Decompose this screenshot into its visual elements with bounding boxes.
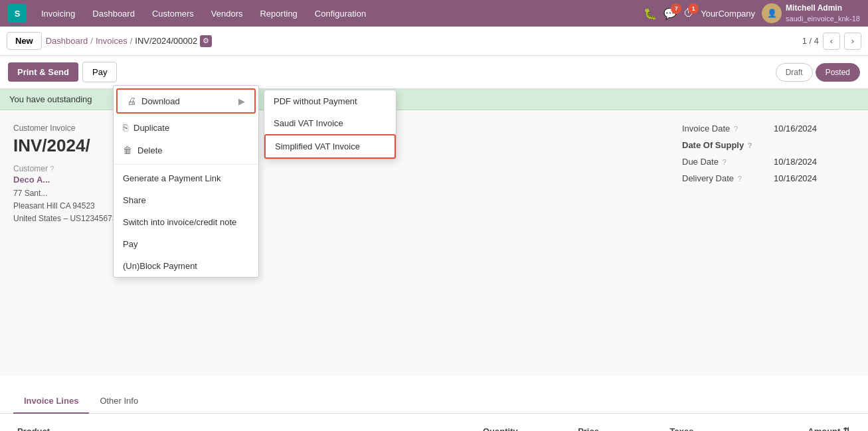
customer-address: 77 Sant... Pleasant Hill CA 94523 United…	[13, 187, 655, 226]
tab-invoice-lines[interactable]: Invoice Lines	[13, 389, 89, 414]
due-date-tooltip: ?	[723, 158, 727, 166]
status-posted-button[interactable]: Posted	[816, 63, 860, 82]
clock-badge: 1	[688, 3, 699, 14]
generate-payment-link-item[interactable]: Generate a Payment Link	[114, 167, 258, 189]
col-product: Product	[13, 420, 479, 431]
date-supply-label: Date Of Supply ?	[682, 140, 768, 150]
customer-name[interactable]: Deco A...	[13, 175, 655, 185]
customer-label: Customer ?	[13, 164, 655, 173]
duplicate-menu-item[interactable]: ⎘ Duplicate	[114, 116, 258, 139]
user-menu[interactable]: 👤 Mitchell Admin saudi_einvoice_knk-18	[762, 3, 860, 23]
pdf-without-payment-item[interactable]: PDF without Payment	[264, 90, 396, 112]
chat-badge: 7	[671, 3, 681, 14]
print-send-button[interactable]: Print & Send	[8, 62, 78, 82]
action-toolbar: Print & Send Pay 🖨 Download ▶ PDF withou…	[0, 56, 868, 89]
switch-invoice-item[interactable]: Switch into invoice/credit note	[114, 211, 258, 233]
tab-other-info[interactable]: Other Info	[89, 389, 149, 414]
download-menu-item[interactable]: 🖨 Download ▶ PDF without Payment Saudi V…	[116, 88, 256, 114]
date-supply-tooltip: ?	[748, 141, 752, 149]
next-page-button[interactable]: ›	[844, 33, 861, 50]
clock-icon[interactable]: ⏱ 1	[683, 7, 694, 19]
invoice-date-tooltip: ?	[734, 125, 738, 133]
nav-configuration[interactable]: Configuration	[312, 7, 369, 20]
due-date-label: Due Date ?	[682, 157, 768, 167]
invoice-dates: Invoice Date ? 10/16/2024 Date Of Supply…	[655, 124, 855, 363]
nav-invoicing[interactable]: Invoicing	[39, 7, 78, 20]
pay-button[interactable]: Pay	[82, 62, 117, 82]
download-submenu: PDF without Payment Saudi VAT Invoice Si…	[264, 90, 396, 159]
nav-vendors[interactable]: Vendors	[209, 7, 246, 20]
invoice-section: Customer Invoice INV/2024/ Customer ? De…	[13, 124, 655, 363]
simplified-vat-invoice-item[interactable]: Simplified VAT Invoice	[264, 134, 396, 159]
nav-customers[interactable]: Customers	[149, 7, 197, 20]
action-dropdown-menu: 🖨 Download ▶ PDF without Payment Saudi V…	[113, 85, 259, 278]
invoice-date-label: Invoice Date ?	[682, 124, 768, 133]
delivery-date-tooltip: ?	[738, 175, 742, 183]
breadcrumb-invoices[interactable]: Invoices	[96, 36, 128, 46]
invoice-table-wrap: Product Quantity Price Taxes Amount ⇅ [F…	[0, 420, 868, 431]
chat-icon[interactable]: 💬 7	[663, 7, 677, 20]
pay-item[interactable]: Pay	[114, 233, 258, 255]
breadcrumb-sep2: /	[130, 36, 133, 46]
date-supply-row: Date Of Supply ?	[682, 140, 855, 150]
pagination-text: 1 / 4	[802, 36, 819, 46]
breadcrumb-current: INV/2024/00002 ⚙	[135, 35, 212, 47]
trash-icon: 🗑	[123, 145, 132, 155]
new-button[interactable]: New	[7, 32, 42, 50]
prev-page-button[interactable]: ‹	[823, 33, 840, 50]
user-name: Mitchell Admin	[786, 3, 860, 14]
nav-dashboard[interactable]: Dashboard	[90, 7, 137, 20]
delivery-date-value: 10/16/2024	[774, 173, 817, 183]
sub-toolbar: New Dashboard / Invoices / INV/2024/0000…	[0, 27, 868, 56]
tabs: Invoice Lines Other Info	[0, 389, 868, 414]
outstanding-text: You have outstanding	[9, 94, 92, 104]
duplicate-icon: ⎘	[123, 122, 128, 133]
share-item[interactable]: Share	[114, 189, 258, 211]
customer-tooltip: ?	[50, 165, 54, 173]
invoice-table: Product Quantity Price Taxes Amount ⇅ [F…	[13, 420, 855, 431]
unblock-payment-item[interactable]: (Un)Block Payment	[114, 255, 258, 277]
invoice-date-value: 10/16/2024	[774, 124, 817, 133]
user-info: Mitchell Admin saudi_einvoice_knk-18	[786, 3, 860, 23]
download-label: Download	[141, 96, 180, 106]
pagination: 1 / 4 ‹ ›	[802, 33, 861, 50]
col-taxes: Taxes	[666, 420, 737, 431]
column-adjust-icon[interactable]: ⇅	[843, 426, 851, 431]
company-name: YourCompany	[701, 9, 755, 19]
bug-icon[interactable]: 🐛	[644, 7, 657, 20]
submenu-arrow-icon: ▶	[238, 96, 245, 106]
printer-icon: 🖨	[127, 96, 136, 106]
delivery-date-row: Delivery Date ? 10/16/2024	[682, 173, 855, 183]
delete-menu-item[interactable]: 🗑 Delete	[114, 139, 258, 161]
status-bar: Draft Posted	[776, 63, 860, 82]
table-header-row: Product Quantity Price Taxes Amount ⇅	[13, 420, 855, 431]
dropdown-divider	[114, 164, 258, 165]
col-price: Price	[574, 420, 665, 431]
breadcrumb: Dashboard / Invoices / INV/2024/00002 ⚙	[46, 35, 213, 47]
app-logo: S	[8, 4, 27, 23]
saudi-vat-invoice-item[interactable]: Saudi VAT Invoice	[264, 112, 396, 134]
breadcrumb-sep1: /	[90, 36, 93, 46]
breadcrumb-dashboard[interactable]: Dashboard	[46, 36, 88, 46]
delivery-date-label: Delivery Date ?	[682, 173, 768, 183]
settings-icon[interactable]: ⚙	[200, 35, 212, 47]
status-draft-button[interactable]: Draft	[776, 63, 813, 82]
user-avatar: 👤	[762, 3, 782, 23]
top-nav: S Invoicing Dashboard Customers Vendors …	[0, 0, 868, 27]
col-quantity: Quantity	[479, 420, 574, 431]
nav-reporting[interactable]: Reporting	[257, 7, 300, 20]
due-date-value: 10/18/2024	[774, 157, 817, 167]
header-icons: 🐛 💬 7 ⏱ 1 YourCompany 👤 Mitchell Admin s…	[644, 3, 860, 23]
col-amount: Amount ⇅	[737, 420, 855, 431]
due-date-row: Due Date ? 10/18/2024	[682, 157, 855, 167]
invoice-date-row: Invoice Date ? 10/16/2024	[682, 124, 855, 133]
user-sub: saudi_einvoice_knk-18	[786, 14, 860, 23]
